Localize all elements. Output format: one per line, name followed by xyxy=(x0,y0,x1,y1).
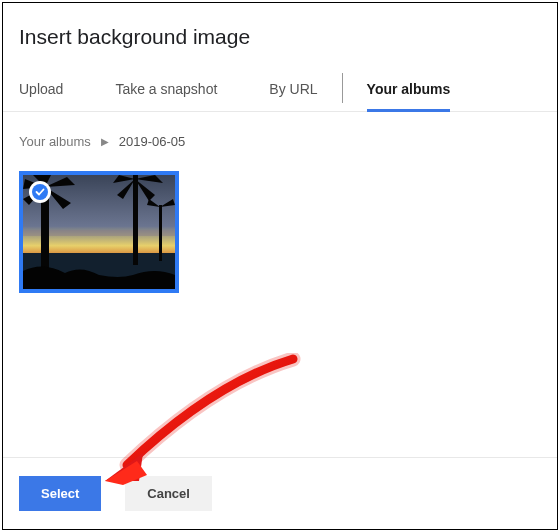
dialog-header: Insert background image xyxy=(3,3,557,59)
breadcrumb-root[interactable]: Your albums xyxy=(19,134,91,149)
tab-take-snapshot[interactable]: Take a snapshot xyxy=(115,71,217,111)
tab-your-albums[interactable]: Your albums xyxy=(367,71,451,111)
breadcrumb-current: 2019-06-05 xyxy=(119,134,186,149)
breadcrumb: Your albums ▶ 2019-06-05 xyxy=(3,112,557,159)
tab-divider xyxy=(342,73,343,103)
select-button[interactable]: Select xyxy=(19,476,101,511)
album-grid xyxy=(3,159,557,457)
selected-check-icon xyxy=(29,181,51,203)
cancel-button[interactable]: Cancel xyxy=(125,476,212,511)
tab-bar: Upload Take a snapshot By URL Your album… xyxy=(3,59,557,112)
svg-rect-5 xyxy=(159,205,162,261)
tab-by-url[interactable]: By URL xyxy=(269,71,317,111)
svg-rect-4 xyxy=(133,175,138,265)
photo-thumbnail[interactable] xyxy=(19,171,179,293)
chevron-right-icon: ▶ xyxy=(101,136,109,147)
dialog-title: Insert background image xyxy=(19,25,541,49)
tab-upload[interactable]: Upload xyxy=(19,71,63,111)
dialog-footer: Select Cancel xyxy=(3,457,557,529)
insert-background-dialog: Insert background image Upload Take a sn… xyxy=(2,2,558,530)
